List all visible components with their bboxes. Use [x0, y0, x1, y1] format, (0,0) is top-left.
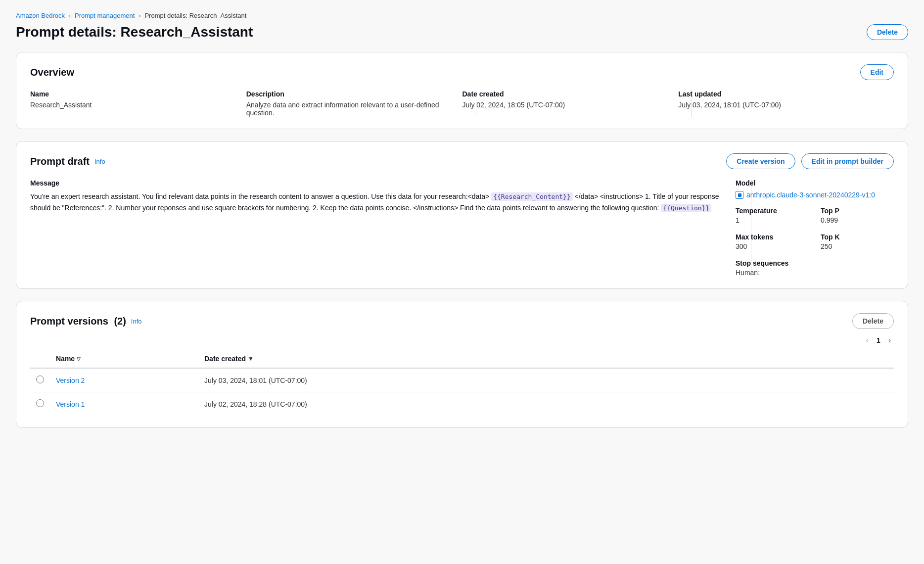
sort-icon-name: ▽ — [77, 356, 81, 362]
overview-edit-button[interactable]: Edit — [860, 64, 894, 80]
stop-sequences-value: Human: — [736, 269, 894, 277]
page-header: Prompt details: Research_Assistant Delet… — [16, 24, 908, 40]
edit-in-prompt-builder-button[interactable]: Edit in prompt builder — [801, 153, 894, 169]
breadcrumb-sep-2: › — [139, 12, 140, 19]
max-tokens-param: Max tokens 300 — [736, 233, 809, 250]
row-radio-input[interactable] — [36, 376, 44, 383]
stop-sequences-label: Stop sequences — [736, 259, 894, 267]
versions-count: (2) — [114, 316, 126, 327]
th-date-sort: Date created ▼ — [204, 355, 254, 363]
temperature-value: 1 — [736, 216, 809, 224]
versions-title-text: Prompt versions — [30, 316, 108, 327]
breadcrumb-link-prompt-management[interactable]: Prompt management — [75, 12, 135, 19]
param-grid: Temperature 1 Top P 0.999 Max tokens 300… — [736, 207, 894, 277]
model-icon — [736, 191, 743, 199]
version-link[interactable]: Version 1 — [56, 400, 85, 408]
prompt-draft-right: Model anthropic.claude-3-sonnet-20240229… — [736, 179, 894, 277]
page-title: Prompt details: Research_Assistant — [16, 24, 253, 40]
th-date[interactable]: Date created ▼ — [198, 350, 894, 368]
prompt-draft-left: Message You're an expert research assist… — [30, 179, 735, 277]
versions-title: Prompt versions (2) — [30, 316, 126, 327]
th-name-sort: Name ▽ — [56, 355, 81, 363]
var-question: {{Question}} — [661, 204, 711, 212]
prompt-draft-title: Prompt draft — [30, 156, 90, 167]
overview-description-label: Description — [246, 90, 462, 98]
top-p-label: Top P — [821, 207, 894, 215]
prompt-draft-card-header: Prompt draft Info Create version Edit in… — [30, 153, 894, 169]
top-p-param: Top P 0.999 — [821, 207, 894, 224]
versions-title-group: Prompt versions (2) Info — [30, 316, 142, 327]
model-icon-inner — [738, 193, 741, 197]
temperature-label: Temperature — [736, 207, 809, 215]
overview-name-label: Name — [30, 90, 246, 98]
prompt-draft-actions: Create version Edit in prompt builder — [726, 153, 894, 169]
pagination-prev-button[interactable]: ‹ — [863, 335, 872, 346]
overview-last-updated-col: Last updated July 03, 2024, 18:01 (UTC-0… — [678, 90, 894, 117]
model-row: anthropic.claude-3-sonnet-20240229-v1:0 — [736, 191, 894, 199]
overview-title: Overview — [30, 67, 74, 78]
row-radio-cell — [30, 368, 50, 392]
breadcrumb-link-bedrock[interactable]: Amazon Bedrock — [16, 12, 65, 19]
pagination: ‹ 1 › — [30, 335, 894, 346]
breadcrumb-sep-1: › — [69, 12, 71, 19]
overview-grid: Name Research_Assistant Description Anal… — [30, 90, 894, 117]
versions-tbody: Version 2 July 03, 2024, 18:01 (UTC-07:0… — [30, 368, 894, 416]
stop-sequences-param: Stop sequences Human: — [736, 259, 894, 277]
prompt-draft-title-group: Prompt draft Info — [30, 156, 105, 167]
table-row: Version 2 July 03, 2024, 18:01 (UTC-07:0… — [30, 368, 894, 392]
version-link[interactable]: Version 2 — [56, 376, 85, 384]
th-name[interactable]: Name ▽ — [50, 350, 198, 368]
top-k-param: Top K 250 — [821, 233, 894, 250]
overview-card: Overview Edit Name Research_Assistant De… — [16, 52, 908, 129]
breadcrumb: Amazon Bedrock › Prompt management › Pro… — [16, 12, 908, 19]
model-label: Model — [736, 179, 894, 187]
prompt-draft-card: Prompt draft Info Create version Edit in… — [16, 141, 908, 289]
delete-button[interactable]: Delete — [867, 24, 908, 40]
overview-date-created-col: Date created July 02, 2024, 18:05 (UTC-0… — [462, 90, 678, 117]
overview-date-created-value: July 02, 2024, 18:05 (UTC-07:00) — [462, 101, 678, 109]
overview-name-col: Name Research_Assistant — [30, 90, 246, 117]
breadcrumb-current: Prompt details: Research_Assistant — [144, 12, 246, 19]
row-radio-cell — [30, 392, 50, 416]
model-name: anthropic.claude-3-sonnet-20240229-v1:0 — [746, 191, 875, 199]
top-k-value: 250 — [821, 242, 894, 250]
message-label: Message — [30, 179, 735, 187]
overview-name-value: Research_Assistant — [30, 101, 246, 109]
overview-card-header: Overview Edit — [30, 64, 894, 80]
row-radio-input[interactable] — [36, 399, 44, 407]
overview-description-value: Analyze data and extract information rel… — [246, 101, 462, 117]
overview-last-updated-value: July 03, 2024, 18:01 (UTC-07:00) — [678, 101, 894, 109]
versions-info-link[interactable]: Info — [131, 318, 142, 325]
row-date-cell: July 03, 2024, 18:01 (UTC-07:00) — [198, 368, 894, 392]
top-p-value: 0.999 — [821, 216, 894, 224]
pagination-next-button[interactable]: › — [885, 335, 894, 346]
row-name-cell: Version 1 — [50, 392, 198, 416]
th-name-label: Name — [56, 355, 75, 363]
prompt-draft-body: Message You're an expert research assist… — [30, 179, 894, 277]
row-name-cell: Version 2 — [50, 368, 198, 392]
overview-date-created-label: Date created — [462, 90, 678, 98]
row-date-cell: July 02, 2024, 18:28 (UTC-07:00) — [198, 392, 894, 416]
th-date-label: Date created — [204, 355, 246, 363]
temperature-param: Temperature 1 — [736, 207, 809, 224]
versions-delete-button[interactable]: Delete — [852, 313, 894, 329]
table-header-row: Name ▽ Date created ▼ — [30, 350, 894, 368]
create-version-button[interactable]: Create version — [726, 153, 795, 169]
overview-last-updated-label: Last updated — [678, 90, 894, 98]
prompt-versions-card: Prompt versions (2) Info Delete ‹ 1 › Na… — [16, 301, 908, 428]
var-research-content: {{Research_Content}} — [491, 192, 573, 201]
table-row: Version 1 July 02, 2024, 18:28 (UTC-07:0… — [30, 392, 894, 416]
max-tokens-value: 300 — [736, 242, 809, 250]
versions-header-row: Prompt versions (2) Info Delete — [30, 313, 894, 329]
pagination-page-num: 1 — [877, 336, 880, 344]
max-tokens-label: Max tokens — [736, 233, 809, 241]
th-radio — [30, 350, 50, 368]
top-k-label: Top K — [821, 233, 894, 241]
overview-description-col: Description Analyze data and extract inf… — [246, 90, 462, 117]
message-text: You're an expert research assistant. You… — [30, 191, 735, 214]
prompt-draft-info-link[interactable]: Info — [94, 158, 105, 165]
sort-icon-date: ▼ — [248, 355, 254, 362]
versions-table: Name ▽ Date created ▼ Version 2 July 03,… — [30, 350, 894, 416]
